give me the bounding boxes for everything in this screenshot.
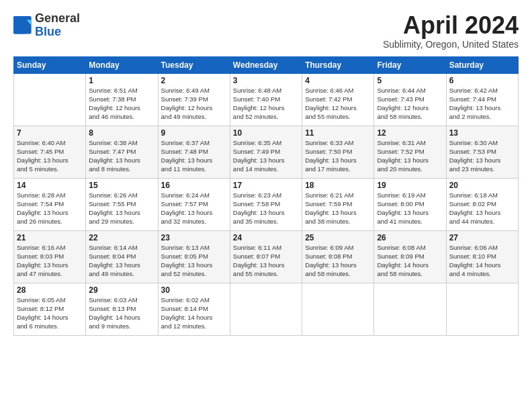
day-info: Sunrise: 6:24 AM Sunset: 7:57 PM Dayligh…: [161, 191, 227, 226]
week-row-1: 1Sunrise: 6:51 AM Sunset: 7:38 PM Daylig…: [14, 73, 519, 126]
calendar-cell: 5Sunrise: 6:44 AM Sunset: 7:43 PM Daylig…: [374, 73, 446, 126]
day-info: Sunrise: 6:19 AM Sunset: 8:00 PM Dayligh…: [377, 191, 443, 226]
calendar-cell: 16Sunrise: 6:24 AM Sunset: 7:57 PM Dayli…: [158, 178, 230, 230]
header-sunday: Sunday: [14, 56, 86, 73]
day-number: 25: [305, 233, 371, 242]
day-number: 6: [449, 76, 515, 85]
week-row-5: 28Sunrise: 6:05 AM Sunset: 8:12 PM Dayli…: [14, 283, 519, 335]
location-subtitle: Sublimity, Oregon, United States: [383, 39, 519, 50]
day-number: 9: [161, 128, 227, 138]
svg-rect-2: [13, 16, 27, 34]
calendar-cell: 3Sunrise: 6:48 AM Sunset: 7:40 PM Daylig…: [230, 73, 302, 126]
week-row-4: 21Sunrise: 6:16 AM Sunset: 8:03 PM Dayli…: [14, 230, 519, 283]
calendar-cell: 8Sunrise: 6:38 AM Sunset: 7:47 PM Daylig…: [86, 126, 158, 178]
day-number: 30: [161, 285, 227, 295]
calendar-cell: 2Sunrise: 6:49 AM Sunset: 7:39 PM Daylig…: [158, 73, 230, 126]
calendar-cell: [230, 283, 302, 335]
calendar-cell: [14, 73, 86, 126]
day-info: Sunrise: 6:05 AM Sunset: 8:12 PM Dayligh…: [17, 295, 83, 331]
calendar-cell: 20Sunrise: 6:18 AM Sunset: 8:02 PM Dayli…: [446, 178, 518, 230]
day-number: 1: [89, 76, 154, 85]
day-number: 29: [89, 285, 154, 295]
month-title: April 2024: [383, 12, 519, 39]
day-info: Sunrise: 6:38 AM Sunset: 7:47 PM Dayligh…: [89, 138, 154, 174]
calendar-cell: 15Sunrise: 6:26 AM Sunset: 7:55 PM Dayli…: [86, 178, 158, 230]
day-info: Sunrise: 6:37 AM Sunset: 7:48 PM Dayligh…: [161, 138, 227, 174]
logo-general-text: General: [35, 12, 80, 26]
calendar-cell: 13Sunrise: 6:30 AM Sunset: 7:53 PM Dayli…: [446, 126, 518, 178]
day-info: Sunrise: 6:06 AM Sunset: 8:10 PM Dayligh…: [449, 243, 515, 279]
week-row-2: 7Sunrise: 6:40 AM Sunset: 7:45 PM Daylig…: [14, 126, 519, 178]
day-info: Sunrise: 6:08 AM Sunset: 8:09 PM Dayligh…: [377, 243, 443, 279]
calendar-cell: 7Sunrise: 6:40 AM Sunset: 7:45 PM Daylig…: [14, 126, 86, 178]
calendar-cell: 22Sunrise: 6:14 AM Sunset: 8:04 PM Dayli…: [86, 230, 158, 283]
calendar-cell: 23Sunrise: 6:13 AM Sunset: 8:05 PM Dayli…: [158, 230, 230, 283]
day-number: 15: [89, 181, 154, 190]
day-info: Sunrise: 6:30 AM Sunset: 7:53 PM Dayligh…: [449, 138, 515, 174]
logo-icon: [13, 16, 32, 35]
day-info: Sunrise: 6:11 AM Sunset: 8:07 PM Dayligh…: [233, 243, 299, 279]
day-number: 11: [305, 128, 371, 138]
day-info: Sunrise: 6:18 AM Sunset: 8:02 PM Dayligh…: [449, 191, 515, 226]
day-number: 8: [89, 128, 154, 138]
day-info: Sunrise: 6:16 AM Sunset: 8:03 PM Dayligh…: [17, 243, 83, 279]
header-wednesday: Wednesday: [230, 56, 302, 73]
day-number: 21: [17, 233, 83, 242]
day-number: 3: [233, 76, 299, 85]
header: General Blue April 2024 Sublimity, Orego…: [13, 12, 519, 50]
calendar-cell: [374, 283, 446, 335]
day-info: Sunrise: 6:02 AM Sunset: 8:14 PM Dayligh…: [161, 295, 227, 331]
calendar-cell: 12Sunrise: 6:31 AM Sunset: 7:52 PM Dayli…: [374, 126, 446, 178]
day-number: 7: [17, 128, 83, 138]
day-info: Sunrise: 6:35 AM Sunset: 7:49 PM Dayligh…: [233, 138, 299, 174]
day-info: Sunrise: 6:51 AM Sunset: 7:38 PM Dayligh…: [89, 86, 154, 122]
calendar-cell: 6Sunrise: 6:42 AM Sunset: 7:44 PM Daylig…: [446, 73, 518, 126]
day-number: 28: [17, 285, 83, 295]
calendar-cell: 18Sunrise: 6:21 AM Sunset: 7:59 PM Dayli…: [302, 178, 374, 230]
calendar-cell: 9Sunrise: 6:37 AM Sunset: 7:48 PM Daylig…: [158, 126, 230, 178]
day-info: Sunrise: 6:44 AM Sunset: 7:43 PM Dayligh…: [377, 86, 443, 122]
calendar-cell: 17Sunrise: 6:23 AM Sunset: 7:58 PM Dayli…: [230, 178, 302, 230]
weekday-header-row: Sunday Monday Tuesday Wednesday Thursday…: [14, 56, 519, 73]
day-info: Sunrise: 6:49 AM Sunset: 7:39 PM Dayligh…: [161, 86, 227, 122]
day-number: 19: [377, 181, 443, 190]
calendar-cell: 1Sunrise: 6:51 AM Sunset: 7:38 PM Daylig…: [86, 73, 158, 126]
logo-text: General Blue: [35, 12, 80, 39]
day-info: Sunrise: 6:09 AM Sunset: 8:08 PM Dayligh…: [305, 243, 371, 279]
week-row-3: 14Sunrise: 6:28 AM Sunset: 7:54 PM Dayli…: [14, 178, 519, 230]
day-number: 24: [233, 233, 299, 242]
day-info: Sunrise: 6:23 AM Sunset: 7:58 PM Dayligh…: [233, 191, 299, 226]
page: General Blue April 2024 Sublimity, Orego…: [0, 0, 532, 344]
calendar-cell: 10Sunrise: 6:35 AM Sunset: 7:49 PM Dayli…: [230, 126, 302, 178]
day-info: Sunrise: 6:26 AM Sunset: 7:55 PM Dayligh…: [89, 191, 154, 226]
day-number: 20: [449, 181, 515, 190]
day-number: 5: [377, 76, 443, 85]
day-info: Sunrise: 6:03 AM Sunset: 8:13 PM Dayligh…: [89, 295, 154, 331]
day-number: 13: [449, 128, 515, 138]
day-number: 10: [233, 128, 299, 138]
header-monday: Monday: [86, 56, 158, 73]
day-info: Sunrise: 6:40 AM Sunset: 7:45 PM Dayligh…: [17, 138, 83, 174]
logo: General Blue: [13, 12, 80, 39]
calendar-cell: 27Sunrise: 6:06 AM Sunset: 8:10 PM Dayli…: [446, 230, 518, 283]
day-info: Sunrise: 6:14 AM Sunset: 8:04 PM Dayligh…: [89, 243, 154, 279]
day-number: 26: [377, 233, 443, 242]
day-number: 14: [17, 181, 83, 190]
calendar-cell: 30Sunrise: 6:02 AM Sunset: 8:14 PM Dayli…: [158, 283, 230, 335]
day-info: Sunrise: 6:21 AM Sunset: 7:59 PM Dayligh…: [305, 191, 371, 226]
day-info: Sunrise: 6:46 AM Sunset: 7:42 PM Dayligh…: [305, 86, 371, 122]
calendar-cell: 24Sunrise: 6:11 AM Sunset: 8:07 PM Dayli…: [230, 230, 302, 283]
day-number: 22: [89, 233, 154, 242]
day-number: 27: [449, 233, 515, 242]
logo-blue-text: Blue: [35, 26, 80, 39]
calendar-table: Sunday Monday Tuesday Wednesday Thursday…: [13, 56, 519, 336]
day-number: 17: [233, 181, 299, 190]
header-thursday: Thursday: [302, 56, 374, 73]
calendar-cell: 14Sunrise: 6:28 AM Sunset: 7:54 PM Dayli…: [14, 178, 86, 230]
day-info: Sunrise: 6:13 AM Sunset: 8:05 PM Dayligh…: [161, 243, 227, 279]
calendar-cell: 11Sunrise: 6:33 AM Sunset: 7:50 PM Dayli…: [302, 126, 374, 178]
header-friday: Friday: [374, 56, 446, 73]
day-number: 4: [305, 76, 371, 85]
header-saturday: Saturday: [446, 56, 518, 73]
day-number: 12: [377, 128, 443, 138]
